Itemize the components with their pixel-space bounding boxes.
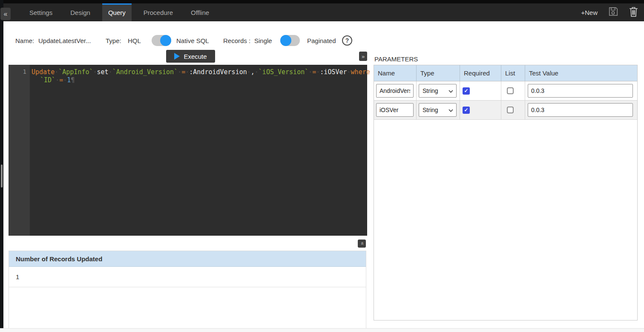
expand-right-icon[interactable]: » bbox=[359, 52, 367, 61]
help-icon[interactable]: ? bbox=[342, 35, 352, 46]
parameter-row: String✓ bbox=[374, 101, 637, 120]
new-button[interactable]: +New bbox=[581, 9, 598, 16]
code-line: `ID`·=·1¶ bbox=[32, 76, 365, 84]
param-required-checkbox[interactable]: ✓ bbox=[463, 107, 470, 114]
records-toggle[interactable] bbox=[280, 35, 300, 46]
param-list-checkbox[interactable] bbox=[507, 107, 514, 113]
param-test-value-input[interactable] bbox=[528, 84, 633, 98]
collapse-panel-button[interactable]: « bbox=[0, 8, 11, 20]
tab-offline[interactable]: Offline bbox=[185, 3, 215, 21]
footer-strip bbox=[0, 328, 644, 332]
execute-button[interactable]: Execute bbox=[166, 50, 215, 63]
code-line: Update·`AppInfo`·set·`Android_Version`·=… bbox=[32, 68, 365, 76]
tab-procedure[interactable]: Procedure bbox=[138, 3, 179, 21]
chevron-down-icon bbox=[448, 87, 453, 94]
app-window: Settings Design Query Procedure Offline … bbox=[0, 0, 644, 332]
param-name-input[interactable] bbox=[376, 103, 414, 117]
parameters-panel: Name Type Required List Test Value Strin… bbox=[374, 65, 638, 320]
save-icon[interactable] bbox=[608, 6, 619, 19]
tab-settings[interactable]: Settings bbox=[23, 3, 58, 21]
param-test-value-input[interactable] bbox=[528, 103, 633, 117]
results-header: Number of Records Updated bbox=[9, 251, 366, 267]
collapse-up-glyph: » bbox=[359, 242, 365, 245]
chevron-down-icon bbox=[448, 107, 453, 113]
param-type-value: String bbox=[423, 107, 438, 113]
play-icon bbox=[174, 53, 180, 60]
param-type-value: String bbox=[423, 87, 438, 94]
parameters-header-row: Name Type Required List Test Value bbox=[374, 65, 637, 81]
results-value-row: 1 bbox=[9, 267, 366, 287]
editor-gutter: 1 bbox=[9, 65, 30, 236]
collapse-up-icon[interactable]: » bbox=[358, 240, 366, 248]
param-list-checkbox[interactable] bbox=[507, 87, 514, 94]
col-header-test-value: Test Value bbox=[525, 65, 637, 81]
parameter-row: String✓ bbox=[374, 81, 637, 101]
delete-icon[interactable] bbox=[629, 6, 638, 19]
query-name-value[interactable]: UpdateLatestVer... bbox=[38, 37, 91, 44]
param-name-input[interactable] bbox=[376, 84, 414, 98]
param-type-select[interactable]: String bbox=[419, 84, 457, 98]
col-header-list: List bbox=[501, 65, 525, 81]
param-required-checkbox[interactable]: ✓ bbox=[463, 87, 470, 95]
type-option-hql[interactable]: HQL bbox=[128, 37, 141, 44]
top-strip bbox=[0, 0, 644, 3]
type-option-native-sql[interactable]: Native SQL bbox=[176, 37, 209, 44]
type-toggle[interactable] bbox=[152, 35, 171, 46]
parameters-title: PARAMETERS bbox=[374, 55, 418, 63]
top-bar-actions: +New bbox=[581, 3, 638, 21]
param-type-select[interactable]: String bbox=[419, 103, 457, 117]
type-toggle-knob bbox=[160, 35, 171, 46]
tab-query[interactable]: Query bbox=[102, 3, 132, 21]
results-table: Number of Records Updated 1 bbox=[9, 251, 366, 332]
line-number: 1 bbox=[23, 68, 26, 75]
editor-code[interactable]: Update·`AppInfo`·set·`Android_Version`·=… bbox=[30, 65, 367, 236]
records-toggle-knob bbox=[280, 35, 291, 46]
col-header-name: Name bbox=[374, 65, 417, 81]
parameters-rows: String✓String✓ bbox=[374, 81, 637, 120]
tab-design[interactable]: Design bbox=[64, 3, 96, 21]
tab-bar: Settings Design Query Procedure Offline bbox=[3, 3, 218, 21]
records-option-single[interactable]: Single bbox=[254, 37, 272, 44]
top-bar: Settings Design Query Procedure Offline … bbox=[0, 0, 644, 21]
name-label: Name: bbox=[15, 37, 34, 44]
records-option-paginated[interactable]: Paginated bbox=[307, 37, 336, 44]
records-label: Records : bbox=[223, 37, 250, 44]
col-header-required: Required bbox=[460, 65, 501, 81]
sql-editor[interactable]: 1 Update·`AppInfo`·set·`Android_Version`… bbox=[9, 65, 367, 236]
rail-scroll-handle[interactable] bbox=[1, 165, 3, 188]
execute-label: Execute bbox=[184, 53, 207, 60]
type-label: Type: bbox=[106, 37, 121, 44]
col-header-type: Type bbox=[417, 65, 460, 81]
